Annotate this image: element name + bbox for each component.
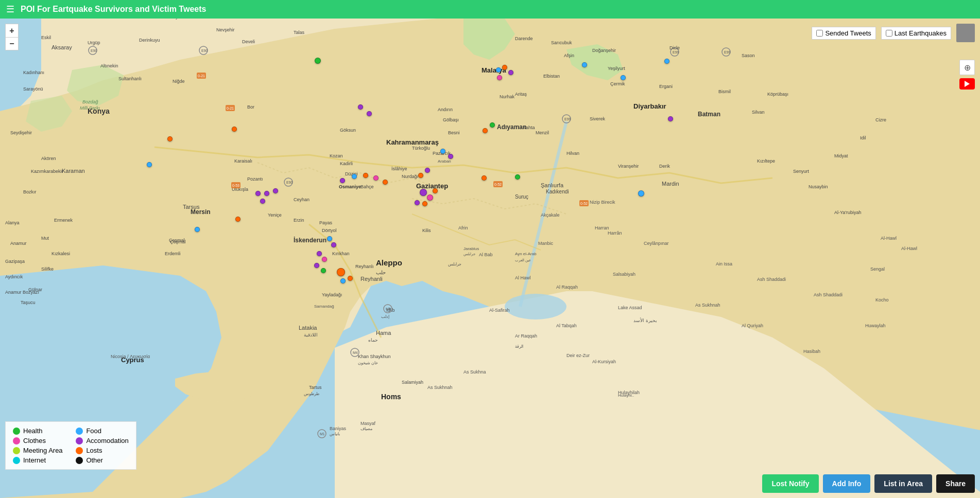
svg-text:Adıyaman: Adıyaman: [497, 123, 526, 131]
svg-text:Mut: Mut: [41, 236, 49, 241]
share-button[interactable]: Share: [936, 474, 975, 493]
svg-text:Göksun: Göksun: [340, 128, 356, 133]
svg-text:İskenderun: İskenderun: [294, 236, 326, 244]
svg-text:Düziçi: Düziçi: [345, 171, 358, 176]
svg-text:Salamiyah: Salamiyah: [402, 380, 423, 385]
svg-text:Kilis: Kilis: [422, 228, 431, 233]
svg-text:Bozkır: Bozkır: [23, 189, 37, 194]
svg-text:Ceyhan: Ceyhan: [294, 197, 310, 202]
svg-text:As Sukhnah: As Sukhnah: [427, 385, 453, 390]
svg-text:0-21: 0-21: [198, 74, 205, 78]
svg-text:Andırın: Andırın: [438, 107, 453, 112]
legend-grid: HealthFoodClothesAccomodationMeeting Are…: [13, 427, 129, 464]
legend-label: Clothes: [23, 437, 46, 444]
legend-item: Other: [76, 456, 128, 464]
svg-text:Diyarbakır: Diyarbakır: [633, 102, 666, 110]
svg-text:Baniyas: Baniyas: [330, 426, 347, 431]
svg-text:Şanlıurfa: Şanlıurfa: [541, 182, 564, 188]
svg-text:Osmaniye: Osmaniye: [339, 184, 361, 189]
legend-item: Food: [76, 427, 128, 435]
svg-text:E99: E99: [564, 117, 571, 121]
svg-text:Darende: Darende: [515, 36, 533, 41]
svg-text:E99: E99: [724, 50, 731, 54]
svg-text:Hama: Hama: [376, 330, 391, 336]
svg-text:Payas: Payas: [319, 220, 333, 225]
svg-text:Ain Issa: Ain Issa: [716, 261, 732, 266]
list-in-area-button[interactable]: List in Area: [874, 474, 932, 493]
youtube-icon[interactable]: [959, 78, 975, 90]
legend-label: Health: [23, 427, 43, 435]
svg-text:Midyat: Midyat: [834, 153, 848, 158]
svg-text:Nurhak: Nurhak: [500, 94, 515, 99]
last-earthquakes-input[interactable]: [886, 30, 892, 37]
svg-text:Silifke: Silifke: [41, 266, 54, 272]
legend-label: Losts: [86, 447, 102, 454]
svg-text:Niğde: Niğde: [173, 79, 185, 84]
svg-text:خان شيخون: خان شيخون: [358, 361, 378, 365]
svg-text:Ash Shaddadi: Ash Shaddadi: [757, 277, 786, 282]
sended-tweets-checkbox[interactable]: Sended Tweets: [812, 27, 875, 40]
svg-text:Senyurt: Senyurt: [793, 169, 810, 174]
svg-text:Idil: Idil: [860, 135, 866, 140]
svg-text:Al-Kursiyah: Al-Kursiyah: [592, 359, 616, 364]
svg-text:Ergani: Ergani: [659, 84, 673, 89]
svg-text:Ayn el-Arab: Ayn el-Arab: [515, 252, 537, 256]
hamburger-icon[interactable]: ☰: [6, 4, 14, 15]
svg-text:E90: E90: [286, 181, 293, 184]
legend-item: Clothes: [13, 437, 65, 444]
svg-text:Viranşehir: Viranşehir: [618, 164, 639, 169]
legend-label: Accomodation: [86, 437, 128, 444]
svg-text:Ash Shaddadi: Ash Shaddadi: [814, 292, 843, 297]
svg-text:Mardin: Mardin: [662, 181, 679, 187]
svg-text:Siverek: Siverek: [590, 116, 606, 121]
svg-text:Khan Shaykhun: Khan Shaykhun: [358, 354, 391, 359]
svg-text:Suruç: Suruç: [515, 194, 528, 200]
svg-text:حلب: حلب: [376, 270, 386, 275]
svg-text:Nizip Birecik: Nizip Birecik: [590, 200, 615, 205]
map-container[interactable]: Konya Karaman Mersin Tarsus İskenderun L…: [0, 19, 980, 498]
svg-text:Aydıncık: Aydıncık: [5, 274, 23, 279]
zoom-in-button[interactable]: +: [5, 24, 19, 37]
svg-text:M1: M1: [320, 432, 325, 436]
svg-text:Karaman: Karaman: [62, 168, 85, 174]
svg-text:Dicle: Dicle: [669, 45, 680, 50]
svg-text:M4: M4: [353, 351, 358, 354]
svg-text:Al Bab: Al Bab: [479, 252, 493, 257]
svg-text:Bor: Bor: [247, 104, 254, 110]
svg-text:Al Quriyah: Al Quriyah: [742, 323, 763, 328]
sended-tweets-input[interactable]: [816, 30, 823, 37]
svg-text:Nusaybin: Nusaybin: [809, 184, 828, 189]
svg-text:Al-Ya'rubiyah: Al-Ya'rubiyah: [834, 210, 862, 215]
svg-text:Cizre: Cizre: [875, 117, 886, 122]
legend-dot: [76, 428, 83, 435]
svg-text:Al-Hawl: Al-Hawl: [881, 236, 897, 241]
lost-notify-button[interactable]: Lost Notify: [762, 474, 818, 493]
svg-text:Reyhanli: Reyhanli: [360, 276, 383, 282]
svg-text:Nurdağı: Nurdağı: [402, 174, 418, 179]
svg-text:Yeniçe: Yeniçe: [268, 212, 282, 218]
svg-text:Bismil: Bismil: [718, 89, 731, 94]
svg-text:Huwaylah: Huwaylah: [865, 323, 886, 328]
last-earthquakes-checkbox[interactable]: Last Earthquakes: [881, 27, 951, 40]
avatar[interactable]: [956, 24, 975, 42]
svg-text:Kocho: Kocho: [875, 297, 889, 303]
svg-text:Kadınhanı: Kadınhanı: [23, 70, 44, 75]
zoom-controls[interactable]: + −: [5, 24, 19, 50]
add-info-button[interactable]: Add Info: [823, 474, 871, 493]
zoom-out-button[interactable]: −: [5, 37, 19, 50]
legend-item: Health: [13, 427, 65, 435]
svg-text:Çeşmal: Çeşmal: [169, 238, 185, 243]
svg-text:بحيرة الأسد: بحيرة الأسد: [633, 317, 657, 324]
svg-text:Homs: Homs: [381, 393, 401, 401]
legend-dot: [76, 447, 83, 454]
svg-text:Köprübaşı: Köprübaşı: [767, 92, 788, 97]
svg-text:Sultanhanlı: Sultanhanlı: [118, 76, 142, 81]
svg-text:Besni: Besni: [448, 130, 460, 135]
compass-icon[interactable]: ⊕: [959, 60, 975, 75]
svg-text:Menzil: Menzil: [536, 130, 549, 135]
svg-text:Latakia: Latakia: [299, 325, 317, 331]
legend-label: Meeting Area: [23, 447, 63, 454]
legend-dot: [76, 457, 83, 464]
svg-text:Harrân: Harrân: [608, 230, 622, 236]
svg-text:مصياف: مصياف: [360, 426, 372, 431]
